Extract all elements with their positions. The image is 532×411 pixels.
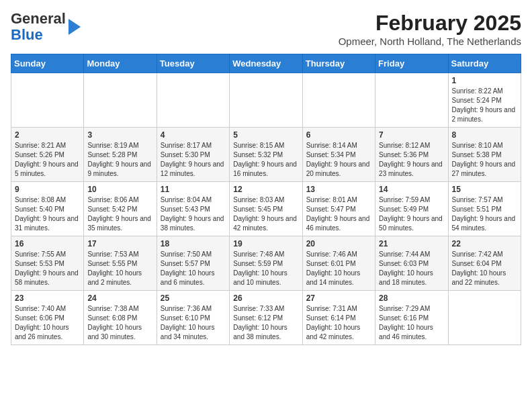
day-number: 15 <box>452 185 517 194</box>
calendar-cell: 21Sunrise: 7:44 AM Sunset: 6:03 PM Dayli… <box>375 236 448 291</box>
title-block: February 2025 Opmeer, North Holland, The… <box>339 11 521 47</box>
day-number: 23 <box>15 293 80 303</box>
day-info: Sunrise: 7:50 AM Sunset: 5:57 PM Dayligh… <box>161 250 226 287</box>
calendar-week-row: 1Sunrise: 8:22 AM Sunset: 5:24 PM Daylig… <box>11 73 521 128</box>
day-number: 12 <box>233 185 298 194</box>
weekday-header: Sunday <box>11 54 84 73</box>
calendar-cell: 15Sunrise: 7:57 AM Sunset: 5:51 PM Dayli… <box>448 182 521 236</box>
day-info: Sunrise: 8:17 AM Sunset: 5:30 PM Dayligh… <box>161 141 226 179</box>
day-info: Sunrise: 8:06 AM Sunset: 5:42 PM Dayligh… <box>87 195 152 233</box>
calendar-cell <box>84 73 157 128</box>
day-number: 8 <box>452 130 517 140</box>
day-number: 6 <box>306 130 371 140</box>
calendar-cell: 3Sunrise: 8:19 AM Sunset: 5:28 PM Daylig… <box>84 128 157 182</box>
day-info: Sunrise: 7:57 AM Sunset: 5:51 PM Dayligh… <box>452 195 517 233</box>
day-number: 21 <box>379 239 444 248</box>
calendar-cell: 24Sunrise: 7:38 AM Sunset: 6:08 PM Dayli… <box>84 291 157 345</box>
day-number: 26 <box>233 293 298 303</box>
calendar-cell: 17Sunrise: 7:53 AM Sunset: 5:55 PM Dayli… <box>84 236 157 291</box>
calendar-cell: 4Sunrise: 8:17 AM Sunset: 5:30 PM Daylig… <box>157 128 229 182</box>
day-info: Sunrise: 7:36 AM Sunset: 6:10 PM Dayligh… <box>161 304 226 342</box>
day-info: Sunrise: 8:19 AM Sunset: 5:28 PM Dayligh… <box>87 141 152 179</box>
day-number: 20 <box>306 239 371 248</box>
day-info: Sunrise: 8:08 AM Sunset: 5:40 PM Dayligh… <box>15 195 80 233</box>
calendar-cell: 18Sunrise: 7:50 AM Sunset: 5:57 PM Dayli… <box>157 236 229 291</box>
calendar-cell <box>302 73 375 128</box>
day-number: 2 <box>15 130 80 140</box>
day-info: Sunrise: 7:29 AM Sunset: 6:16 PM Dayligh… <box>379 304 444 342</box>
weekday-header-row: SundayMondayTuesdayWednesdayThursdayFrid… <box>11 54 521 73</box>
day-info: Sunrise: 7:48 AM Sunset: 5:59 PM Dayligh… <box>233 250 298 287</box>
day-number: 24 <box>87 293 152 303</box>
calendar-cell: 27Sunrise: 7:31 AM Sunset: 6:14 PM Dayli… <box>302 291 375 345</box>
calendar-cell <box>230 73 302 128</box>
location: Opmeer, North Holland, The Netherlands <box>339 36 521 47</box>
day-number: 17 <box>87 239 152 248</box>
page-header: General Blue February 2025 Opmeer, North… <box>11 11 521 47</box>
day-info: Sunrise: 8:22 AM Sunset: 5:24 PM Dayligh… <box>452 87 517 124</box>
day-number: 16 <box>15 239 80 248</box>
calendar-cell <box>157 73 229 128</box>
day-info: Sunrise: 8:04 AM Sunset: 5:43 PM Dayligh… <box>161 195 226 233</box>
day-info: Sunrise: 7:42 AM Sunset: 6:04 PM Dayligh… <box>452 250 517 287</box>
calendar-cell: 6Sunrise: 8:14 AM Sunset: 5:34 PM Daylig… <box>302 128 375 182</box>
day-info: Sunrise: 8:03 AM Sunset: 5:45 PM Dayligh… <box>233 195 298 233</box>
calendar-cell <box>448 291 521 345</box>
calendar-cell: 7Sunrise: 8:12 AM Sunset: 5:36 PM Daylig… <box>375 128 448 182</box>
calendar-cell: 2Sunrise: 8:21 AM Sunset: 5:26 PM Daylig… <box>11 128 84 182</box>
calendar-cell: 20Sunrise: 7:46 AM Sunset: 6:01 PM Dayli… <box>302 236 375 291</box>
calendar-cell: 5Sunrise: 8:15 AM Sunset: 5:32 PM Daylig… <box>230 128 302 182</box>
day-number: 1 <box>452 76 517 85</box>
day-info: Sunrise: 7:38 AM Sunset: 6:08 PM Dayligh… <box>87 304 152 342</box>
logo-blue: Blue <box>11 27 66 43</box>
calendar-cell: 23Sunrise: 7:40 AM Sunset: 6:06 PM Dayli… <box>11 291 84 345</box>
calendar-week-row: 9Sunrise: 8:08 AM Sunset: 5:40 PM Daylig… <box>11 182 521 236</box>
logo-general: General <box>11 11 66 27</box>
day-number: 14 <box>379 185 444 194</box>
day-info: Sunrise: 8:21 AM Sunset: 5:26 PM Dayligh… <box>15 141 80 179</box>
calendar-cell: 13Sunrise: 8:01 AM Sunset: 5:47 PM Dayli… <box>302 182 375 236</box>
day-number: 25 <box>161 293 226 303</box>
weekday-header: Tuesday <box>157 54 229 73</box>
day-number: 3 <box>87 130 152 140</box>
calendar-cell <box>11 73 84 128</box>
calendar-week-row: 23Sunrise: 7:40 AM Sunset: 6:06 PM Dayli… <box>11 291 521 345</box>
calendar-cell: 11Sunrise: 8:04 AM Sunset: 5:43 PM Dayli… <box>157 182 229 236</box>
day-number: 28 <box>379 293 444 303</box>
day-info: Sunrise: 8:12 AM Sunset: 5:36 PM Dayligh… <box>379 141 444 179</box>
day-info: Sunrise: 7:59 AM Sunset: 5:49 PM Dayligh… <box>379 195 444 233</box>
day-number: 5 <box>233 130 298 140</box>
day-info: Sunrise: 8:01 AM Sunset: 5:47 PM Dayligh… <box>306 195 371 233</box>
calendar-cell: 26Sunrise: 7:33 AM Sunset: 6:12 PM Dayli… <box>230 291 302 345</box>
calendar-cell: 19Sunrise: 7:48 AM Sunset: 5:59 PM Dayli… <box>230 236 302 291</box>
logo: General Blue <box>11 11 82 43</box>
day-info: Sunrise: 8:15 AM Sunset: 5:32 PM Dayligh… <box>233 141 298 179</box>
logo-icon <box>67 17 82 36</box>
month-title: February 2025 <box>339 11 521 36</box>
day-number: 18 <box>161 239 226 248</box>
day-number: 22 <box>452 239 517 248</box>
day-info: Sunrise: 7:31 AM Sunset: 6:14 PM Dayligh… <box>306 304 371 342</box>
day-info: Sunrise: 7:33 AM Sunset: 6:12 PM Dayligh… <box>233 304 298 342</box>
calendar-table: SundayMondayTuesdayWednesdayThursdayFrid… <box>11 54 521 345</box>
calendar-cell: 1Sunrise: 8:22 AM Sunset: 5:24 PM Daylig… <box>448 73 521 128</box>
day-number: 19 <box>233 239 298 248</box>
weekday-header: Thursday <box>302 54 375 73</box>
calendar-week-row: 2Sunrise: 8:21 AM Sunset: 5:26 PM Daylig… <box>11 128 521 182</box>
day-number: 27 <box>306 293 371 303</box>
calendar-cell: 9Sunrise: 8:08 AM Sunset: 5:40 PM Daylig… <box>11 182 84 236</box>
day-number: 7 <box>379 130 444 140</box>
day-info: Sunrise: 7:46 AM Sunset: 6:01 PM Dayligh… <box>306 250 371 287</box>
day-number: 10 <box>87 185 152 194</box>
calendar-cell: 12Sunrise: 8:03 AM Sunset: 5:45 PM Dayli… <box>230 182 302 236</box>
weekday-header: Wednesday <box>230 54 302 73</box>
day-number: 4 <box>161 130 226 140</box>
calendar-week-row: 16Sunrise: 7:55 AM Sunset: 5:53 PM Dayli… <box>11 236 521 291</box>
calendar-cell: 10Sunrise: 8:06 AM Sunset: 5:42 PM Dayli… <box>84 182 157 236</box>
day-number: 13 <box>306 185 371 194</box>
calendar-cell: 25Sunrise: 7:36 AM Sunset: 6:10 PM Dayli… <box>157 291 229 345</box>
svg-marker-0 <box>69 19 81 35</box>
day-info: Sunrise: 7:44 AM Sunset: 6:03 PM Dayligh… <box>379 250 444 287</box>
weekday-header: Friday <box>375 54 448 73</box>
weekday-header: Saturday <box>448 54 521 73</box>
